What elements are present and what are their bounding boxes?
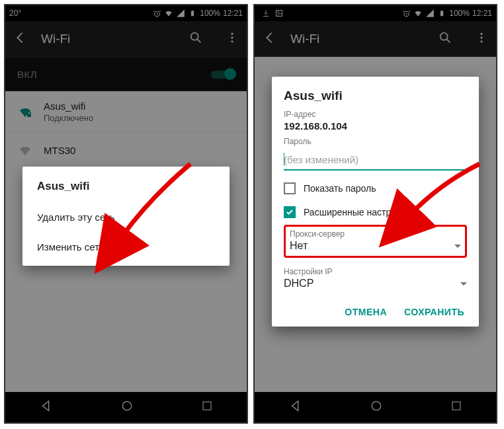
ip-address-label: IP-адрес: [284, 110, 467, 119]
context-item-forget[interactable]: Удалить эту сеть: [22, 202, 230, 232]
show-password-checkbox-row[interactable]: Показать пароль: [284, 182, 467, 194]
dialog-actions: ОТМЕНА СОХРАНИТЬ: [284, 303, 467, 321]
modify-network-dialog: Asus_wifi IP-адрес 192.168.0.104 Пароль …: [272, 77, 479, 327]
proxy-label: Прокси-сервер: [290, 229, 461, 239]
ip-settings-value: DHCP: [284, 278, 314, 290]
checkbox-unchecked-icon: [284, 182, 296, 194]
chevron-down-icon: [454, 245, 461, 248]
password-label: Пароль: [284, 137, 467, 146]
password-input[interactable]: (без изменений): [284, 149, 467, 171]
proxy-highlight-box: Прокси-сервер Нет: [284, 225, 467, 258]
phone-left: 20° 100% 12:21 Wi-Fi ВКЛ Asus_wifi Подкл…: [4, 4, 248, 424]
advanced-checkbox-row[interactable]: Расширенные настройки: [284, 206, 467, 218]
phone-right: 100% 12:21 Wi-Fi Asus_wifi IP-адрес 192.…: [253, 4, 497, 424]
ip-address-value: 192.168.0.104: [284, 120, 467, 132]
ip-settings-select[interactable]: Настройки IP DHCP: [284, 267, 467, 290]
save-button[interactable]: СОХРАНИТЬ: [404, 307, 464, 317]
checkbox-checked-icon: [284, 206, 296, 218]
proxy-value: Нет: [290, 240, 308, 252]
dialog-title: Asus_wifi: [284, 89, 467, 103]
context-menu-title: Asus_wifi: [22, 176, 230, 202]
chevron-down-icon: [460, 282, 467, 286]
network-context-menu: Asus_wifi Удалить эту сеть Изменить сеть: [22, 167, 230, 266]
ip-settings-label: Настройки IP: [284, 267, 467, 276]
context-item-modify[interactable]: Изменить сеть: [22, 232, 230, 262]
password-placeholder: (без изменений): [284, 154, 358, 165]
advanced-label: Расширенные настройки: [304, 207, 411, 217]
cancel-button[interactable]: ОТМЕНА: [345, 307, 387, 317]
show-password-label: Показать пароль: [304, 183, 376, 194]
proxy-select[interactable]: Прокси-сервер Нет: [290, 229, 461, 252]
